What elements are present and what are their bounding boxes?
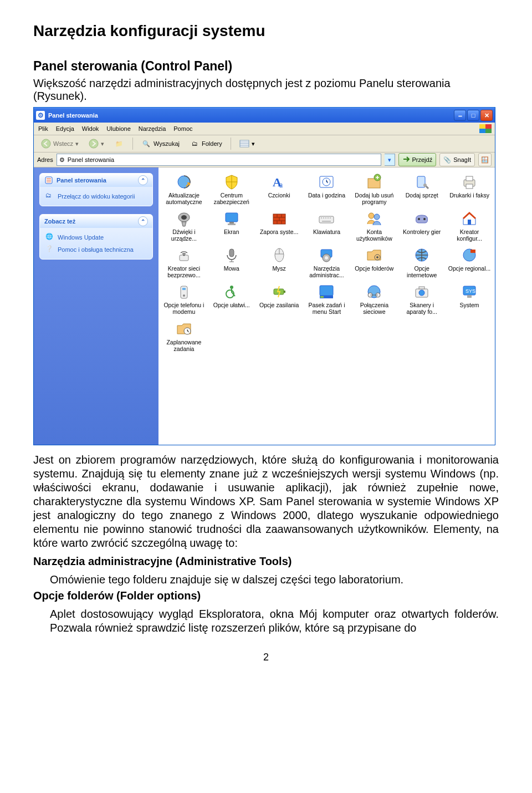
mic-icon bbox=[223, 246, 241, 264]
svg-point-26 bbox=[369, 213, 374, 218]
cp-item-globe-flag[interactable]: Opcje regional... bbox=[446, 245, 493, 279]
svg-text:a: a bbox=[279, 181, 283, 189]
svg-rect-21 bbox=[226, 213, 238, 222]
cp-item-tools[interactable]: Narzędzia administrac... bbox=[304, 245, 350, 279]
help-support-link[interactable]: ❔ Pomoc i obsługa techniczna bbox=[44, 243, 148, 256]
cp-item-label: Narzędzia administrac... bbox=[305, 265, 349, 278]
up-button[interactable]: 📁 bbox=[110, 136, 128, 151]
folders-button[interactable]: 🗂 Foldery bbox=[186, 136, 226, 151]
cp-item-clock[interactable]: Data i godzina bbox=[304, 172, 350, 206]
svg-rect-44 bbox=[182, 288, 186, 290]
cp-item-taskbar[interactable]: Pasek zadań i menu Start bbox=[304, 282, 350, 316]
control-panel-icon: ⚙ bbox=[36, 111, 45, 120]
windows-flag-icon bbox=[479, 124, 492, 133]
svg-text:SYS: SYS bbox=[466, 288, 475, 294]
pane-header: Zobacz też ⌃ bbox=[40, 215, 152, 228]
menu-favorites[interactable]: Ulubione bbox=[106, 125, 130, 132]
wifi-icon bbox=[175, 246, 193, 264]
dropdown-icon: ▾ bbox=[101, 140, 104, 148]
svg-point-27 bbox=[374, 214, 380, 220]
snagit-button[interactable]: 📎 SnagIt bbox=[439, 153, 475, 166]
menu-view[interactable]: Widok bbox=[82, 125, 99, 132]
cp-item-globe-arrow[interactable]: Aktualizacje automatyczne bbox=[161, 172, 207, 206]
cp-item-camera[interactable]: Skanery i aparaty fo... bbox=[398, 282, 445, 316]
cp-item-phone[interactable]: Opcje telefonu i modemu bbox=[161, 282, 207, 316]
switch-view-link[interactable]: 🗂 Przełącz do widoku kategorii bbox=[44, 190, 148, 202]
views-icon bbox=[239, 139, 249, 149]
clock-icon bbox=[318, 173, 335, 191]
printer-icon bbox=[461, 173, 478, 191]
folder-gear-icon bbox=[365, 246, 383, 264]
cp-item-label: Aktualizacje automatyczne bbox=[162, 192, 206, 205]
collapse-button[interactable]: ⌃ bbox=[138, 175, 148, 185]
cp-item-font[interactable]: AaCzcionki bbox=[256, 172, 303, 206]
cp-item-shield[interactable]: Centrum zabezpieczeń bbox=[208, 172, 255, 206]
views-button[interactable]: ▾ bbox=[236, 136, 259, 151]
cp-item-house[interactable]: Kreator konfigur... bbox=[446, 209, 493, 243]
svg-rect-49 bbox=[284, 291, 285, 293]
cp-item-speaker[interactable]: Dźwięki i urządze... bbox=[161, 209, 207, 243]
collapse-button[interactable]: ⌃ bbox=[138, 216, 148, 226]
snagit-icon: 📎 bbox=[443, 156, 451, 164]
cp-item-battery[interactable]: Opcje zasilania bbox=[256, 282, 303, 316]
search-button[interactable]: 🔍 Wyszukaj bbox=[137, 136, 183, 151]
svg-rect-61 bbox=[467, 295, 472, 298]
go-button[interactable]: Przejdź bbox=[398, 153, 437, 166]
menu-bar: Plik Edycja Widok Ulubione Narzędzia Pom… bbox=[34, 123, 495, 135]
tasks-sidebar: Panel sterowania ⌃ 🗂 Przełącz do widoku … bbox=[34, 167, 158, 445]
maximize-button[interactable]: □ bbox=[467, 110, 479, 121]
close-button[interactable]: ✕ bbox=[480, 110, 493, 121]
address-dropdown[interactable]: ▾ bbox=[385, 154, 395, 166]
minimize-button[interactable]: ‒ bbox=[454, 110, 466, 121]
cp-item-mouse[interactable]: Mysz bbox=[256, 245, 303, 279]
phone-icon bbox=[175, 283, 193, 301]
menu-help[interactable]: Pomoc bbox=[173, 125, 192, 132]
cp-item-network[interactable]: Połączenia sieciowe bbox=[351, 282, 397, 316]
cp-item-label: Klawiatura bbox=[313, 228, 340, 235]
cp-item-label: Opcje folderów bbox=[355, 265, 393, 272]
cp-item-system[interactable]: SYSSystem bbox=[446, 282, 493, 316]
menu-edit[interactable]: Edycja bbox=[56, 125, 74, 132]
cp-item-box-plus[interactable]: Dodaj lub usuń programy bbox=[351, 172, 397, 206]
cp-item-wrench[interactable]: Dodaj sprzęt bbox=[398, 172, 445, 206]
svg-rect-58 bbox=[419, 287, 424, 289]
cp-item-mic[interactable]: Mowa bbox=[208, 245, 255, 279]
address-value: Panel sterowania bbox=[68, 156, 114, 163]
cp-item-folder-gear[interactable]: Opcje folderów bbox=[351, 245, 397, 279]
cp-item-label: System bbox=[460, 302, 479, 308]
cp-item-access[interactable]: Opcje ułatwi... bbox=[208, 282, 255, 316]
go-icon bbox=[402, 155, 410, 164]
menu-file[interactable]: Plik bbox=[38, 125, 48, 132]
section-heading: Panel sterowania (Control Panel) bbox=[33, 59, 499, 74]
back-button[interactable]: Wstecz ▾ bbox=[37, 136, 83, 151]
cp-item-firewall[interactable]: Zapora syste... bbox=[256, 209, 303, 243]
cp-item-gamepad[interactable]: Kontrolery gier bbox=[398, 209, 445, 243]
svg-rect-33 bbox=[229, 249, 234, 257]
cp-item-label: Opcje zasilania bbox=[259, 302, 299, 308]
folders-icon: 🗂 bbox=[190, 139, 200, 149]
tools-icon bbox=[318, 246, 335, 264]
svg-point-32 bbox=[183, 255, 185, 256]
switch-icon: 🗂 bbox=[45, 192, 54, 201]
menu-tools[interactable]: Narzędzia bbox=[139, 125, 166, 132]
cp-item-users[interactable]: Konta użytkowników bbox=[351, 209, 397, 243]
svg-point-45 bbox=[183, 294, 185, 297]
cp-item-schedule[interactable]: Zaplanowane zadania bbox=[161, 319, 207, 353]
schedule-icon bbox=[175, 320, 193, 338]
cp-item-label: Opcje internetowe bbox=[400, 265, 444, 278]
cp-item-label: Opcje telefonu i modemu bbox=[162, 302, 206, 315]
cp-item-globe[interactable]: Opcje internetowe bbox=[398, 245, 445, 279]
pane-header: Panel sterowania ⌃ bbox=[40, 174, 152, 187]
cp-item-wifi[interactable]: Kreator sieci bezprzewo... bbox=[161, 245, 207, 279]
snagit-extra-button[interactable]: 🪟 bbox=[478, 153, 492, 166]
control-panel-icon: ⚙ bbox=[59, 156, 65, 164]
address-field[interactable]: ⚙ Panel sterowania bbox=[57, 154, 381, 166]
cp-item-monitor[interactable]: Ekran bbox=[208, 209, 255, 243]
cp-item-printer[interactable]: Drukarki i faksy bbox=[446, 172, 493, 206]
cp-item-keyboard[interactable]: Klawiatura bbox=[304, 209, 350, 243]
dropdown-icon: ▾ bbox=[252, 140, 255, 148]
windows-update-link[interactable]: 🌐 Windows Update bbox=[44, 231, 148, 243]
box-plus-icon bbox=[365, 173, 383, 191]
svg-rect-23 bbox=[228, 223, 236, 225]
forward-button[interactable]: ▾ bbox=[85, 136, 108, 151]
